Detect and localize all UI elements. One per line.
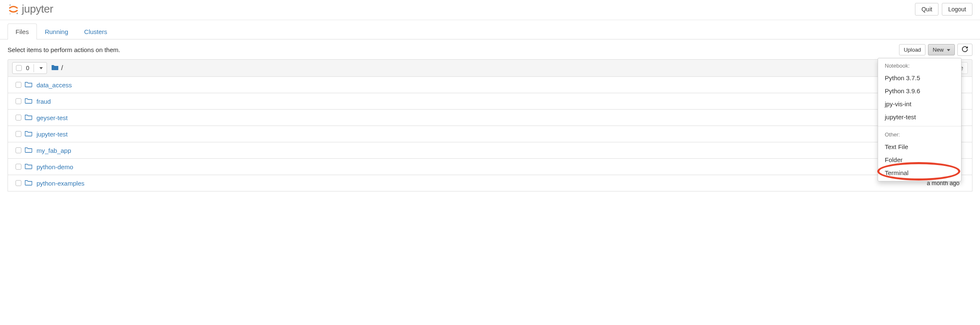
item-name[interactable]: fraud: [36, 98, 51, 105]
item-name[interactable]: my_fab_app: [36, 147, 71, 154]
new-button[interactable]: New: [928, 44, 955, 55]
folder-outline-icon: [25, 130, 35, 138]
menu-item-textfile[interactable]: Text File: [878, 140, 961, 153]
checkbox-icon: [16, 115, 21, 121]
folder-icon: [51, 64, 59, 72]
caret-down-icon: [947, 49, 950, 51]
row-checkbox[interactable]: [12, 115, 25, 121]
list-item: fraud: [8, 93, 972, 110]
menu-item-terminal[interactable]: Terminal: [878, 166, 961, 179]
row-checkbox[interactable]: [12, 98, 25, 104]
menu-item-python375[interactable]: Python 3.7.5: [878, 71, 961, 84]
upload-button[interactable]: Upload: [899, 44, 925, 55]
list-item: python-demo: [8, 159, 972, 175]
folder-outline-icon: [25, 114, 35, 121]
row-checkbox[interactable]: [12, 147, 25, 153]
row-checkbox[interactable]: [12, 131, 25, 137]
folder-outline-icon: [25, 179, 35, 187]
tab-running[interactable]: Running: [37, 24, 76, 39]
new-dropdown-menu: Notebook: Python 3.7.5 Python 3.9.6 jpy-…: [878, 58, 962, 181]
checkbox-icon: [16, 180, 21, 186]
menu-item-jpy-vis-int[interactable]: jpy-vis-int: [878, 97, 961, 110]
refresh-icon: [962, 46, 968, 52]
header-actions: Quit Logout: [915, 3, 972, 16]
item-name[interactable]: python-demo: [36, 163, 73, 170]
select-all-group[interactable]: 0: [12, 62, 47, 74]
tab-files[interactable]: Files: [8, 24, 37, 39]
menu-item-folder[interactable]: Folder: [878, 153, 961, 166]
action-hint: Select items to perform actions on them.: [8, 46, 120, 53]
logo[interactable]: jupyter: [8, 3, 53, 16]
tabs-row: Files Running Clusters: [0, 24, 980, 39]
folder-outline-icon: [25, 81, 35, 89]
new-button-label: New: [933, 47, 944, 53]
svg-point-2: [10, 13, 10, 14]
select-dropdown[interactable]: [34, 64, 47, 72]
quit-button[interactable]: Quit: [915, 3, 938, 16]
checkbox-icon: [16, 147, 21, 153]
menu-header-notebook: Notebook:: [878, 60, 961, 71]
checkbox-icon: [16, 98, 21, 104]
jupyter-icon: [8, 3, 19, 15]
selected-count: 0: [24, 65, 31, 71]
refresh-button[interactable]: [957, 44, 972, 56]
checkbox-icon: [16, 131, 21, 137]
folder-outline-icon: [25, 97, 35, 105]
header-bar: jupyter Quit Logout: [0, 0, 980, 20]
menu-item-jupyter-test[interactable]: jupyter-test: [878, 110, 961, 123]
item-name[interactable]: geyser-test: [36, 114, 68, 121]
breadcrumb[interactable]: /: [51, 64, 63, 72]
logo-text: jupyter: [22, 3, 53, 16]
select-all-checkbox[interactable]: 0: [13, 63, 34, 73]
row-checkbox[interactable]: [12, 164, 25, 170]
caret-down-icon: [39, 67, 43, 69]
toolbar: Select items to perform actions on them.…: [0, 39, 980, 59]
item-name[interactable]: python-examples: [36, 180, 84, 187]
list-item: my_fab_app: [8, 142, 972, 159]
list-item: python-examples a month ago: [8, 175, 972, 191]
checkbox-icon: [16, 82, 21, 88]
menu-header-other: Other:: [878, 129, 961, 140]
checkbox-icon: [16, 164, 21, 170]
svg-point-1: [16, 13, 18, 14]
list-header: 0 / Name ↓ e: [8, 59, 972, 77]
file-list: data_access fraud geyser-test jupyter-te…: [8, 77, 972, 191]
folder-outline-icon: [25, 163, 35, 170]
folder-outline-icon: [25, 147, 35, 154]
item-name[interactable]: data_access: [36, 81, 72, 89]
breadcrumb-root: /: [61, 64, 63, 72]
tab-clusters[interactable]: Clusters: [76, 24, 115, 39]
menu-item-python396[interactable]: Python 3.9.6: [878, 84, 961, 97]
list-item: jupyter-test: [8, 126, 972, 142]
svg-point-0: [10, 4, 11, 5]
row-checkbox[interactable]: [12, 180, 25, 186]
row-checkbox[interactable]: [12, 82, 25, 88]
item-name[interactable]: jupyter-test: [36, 131, 68, 138]
list-item: geyser-test: [8, 110, 972, 126]
toolbar-actions: Upload New: [899, 44, 972, 56]
menu-divider: [878, 126, 961, 126]
checkbox-icon: [16, 65, 22, 71]
list-item: data_access: [8, 77, 972, 93]
logout-button[interactable]: Logout: [942, 3, 972, 16]
tabs: Files Running Clusters: [8, 24, 115, 39]
